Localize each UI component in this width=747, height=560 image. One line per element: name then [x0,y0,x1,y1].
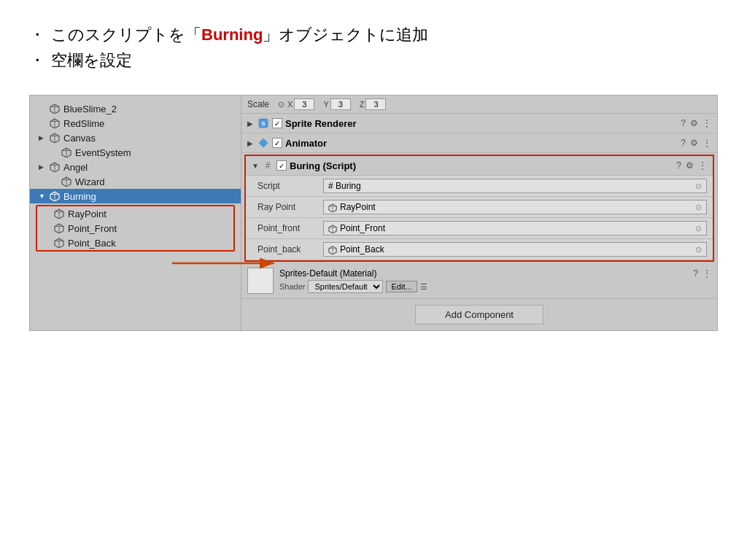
bullet-highlight-1: Burning [201,26,263,44]
cube-icon-raypoint [53,208,65,219]
bullet-item-2: ・ 空欄を設定 [29,47,718,73]
cube-icon-burning [49,190,61,202]
hier-item-raypoint[interactable]: RayPoint [37,206,233,221]
animator-checkbox[interactable]: ✓ [272,138,282,148]
add-component-button[interactable]: Add Component [415,305,543,324]
hier-item-blueslime2[interactable]: BlueSlime_2 [30,101,241,116]
hier-item-eventsystem[interactable]: EventSystem [30,145,241,160]
animator-expand-arrow[interactable]: ▶ [247,139,258,147]
sprite-renderer-actions: ? ⚙ ⋮ [681,118,711,128]
buring-more-icon[interactable]: ⋮ [698,160,707,171]
cube-icon-eventsystem [61,147,72,158]
scale-z-label: Z [360,100,365,109]
hier-item-angel[interactable]: ▶ Angel [30,160,241,174]
scale-y-label: Y [323,100,328,109]
arrow-angel: ▶ [39,163,47,171]
bullet-prefix-1: このスクリプトを「 [51,26,201,44]
scale-link-icon: ⊙ [278,100,285,109]
hierarchy-arrow [172,241,289,285]
inspector-panel: Scale ⊙ X 3 Y 3 Z 3 ▶ [241,96,717,330]
hier-item-wizard[interactable]: Wizard [30,174,241,189]
ray-point-target-icon[interactable]: ⊙ [695,203,702,212]
sprite-renderer-name: Sprite Renderer [285,118,681,129]
point-back-cube-icon [328,245,337,254]
script-field-value[interactable]: # Buring ⊙ [323,179,707,193]
bullet-dot-1: ・ [29,22,45,47]
hier-label-raypoint: RayPoint [68,209,107,219]
material-help-icon[interactable]: ? [693,268,698,279]
animator-settings-icon[interactable]: ⚙ [690,138,698,148]
page-container: ・ このスクリプトを「Burning」オブジェクトに追加 ・ 空欄を設定 [0,0,747,560]
bullet-item-1: ・ このスクリプトを「Burning」オブジェクトに追加 [29,22,718,47]
buring-help-icon[interactable]: ? [676,160,681,171]
cube-icon-point-back [53,237,65,249]
bullet-dot-2: ・ [29,47,45,73]
script-field-target-icon[interactable]: ⊙ [695,182,702,191]
hier-item-point-front[interactable]: Point_Front [37,221,233,236]
animator-help-icon[interactable]: ? [681,138,686,148]
shader-row: Shader Sprites/Default Edit... ☰ [279,280,711,293]
buring-script-header: ▼ # ✓ Buring (Script) ? ⚙ ⋮ [246,156,713,176]
scale-x-label: X [287,100,293,109]
cube-icon-redslime [49,117,61,129]
scale-x-group: X 3 [287,98,314,110]
scale-row: Scale ⊙ X 3 Y 3 Z 3 [241,96,717,114]
animator-icon [258,137,269,149]
bullet-suffix-1: 」オブジェクトに追加 [263,26,428,44]
scale-y-group: Y 3 [323,98,350,110]
animator-more-icon[interactable]: ⋮ [703,138,711,148]
cube-icon-angel [49,161,61,173]
hier-label-point-front: Point_Front [68,223,117,234]
sprite-expand-arrow[interactable]: ▶ [247,120,258,128]
material-more-icon[interactable]: ⋮ [703,268,711,279]
hier-item-redslime[interactable]: RedSlime [30,116,241,131]
point-back-field-value[interactable]: Point_Back ⊙ [323,242,707,257]
svg-marker-34 [259,139,268,147]
sprite-renderer-checkbox[interactable]: ✓ [272,118,282,128]
buring-script-checkbox[interactable]: ✓ [276,160,287,171]
material-info: Sprites-Default (Material) ? ⋮ Shader Sp… [279,268,711,293]
scale-z-group: Z 3 [360,98,387,110]
scale-z-input[interactable]: 3 [365,98,386,110]
point-front-field-row: Point_front Point_Front ⊙ [246,218,713,239]
buring-script-icon: # [262,160,274,171]
shader-list-icon[interactable]: ☰ [420,282,427,292]
hier-label-wizard: Wizard [75,176,104,187]
hier-item-canvas[interactable]: ▶ Canvas [30,131,241,145]
scale-y-input[interactable]: 3 [330,98,351,110]
sprite-renderer-icon: S [258,117,269,129]
point-front-field-label: Point_front [258,223,323,233]
main-panel: BlueSlime_2 RedSlime ▶ [29,95,718,331]
hier-label-point-back: Point_Back [68,238,116,249]
hierarchy-panel: BlueSlime_2 RedSlime ▶ [30,96,241,330]
buring-expand-arrow[interactable]: ▼ [252,162,262,170]
animator-row: ▶ ✓ Animator ? ⚙ ⋮ [241,133,717,153]
point-front-field-value[interactable]: Point_Front ⊙ [323,221,707,236]
point-front-target-icon[interactable]: ⊙ [695,224,702,233]
point-front-cube-icon [328,224,337,233]
buring-settings-icon[interactable]: ⚙ [686,160,694,171]
shader-select[interactable]: Sprites/Default [308,280,383,293]
sprite-renderer-help-icon[interactable]: ? [681,118,686,128]
hier-label-angel: Angel [63,162,88,173]
animator-actions: ? ⚙ ⋮ [681,138,711,148]
sprite-renderer-settings-icon[interactable]: ⚙ [690,118,698,128]
cube-icon-point-front [53,222,65,234]
buring-script-actions: ? ⚙ ⋮ [676,160,707,171]
ray-point-value-text: RayPoint [340,202,376,212]
script-value-text: # Buring [328,181,361,191]
shader-edit-button[interactable]: Edit... [386,281,417,292]
cube-icon-blueslime2 [49,103,61,114]
sprite-renderer-row: ▶ S ✓ Sprite Renderer ? ⚙ ⋮ [241,114,717,133]
hier-label-eventsystem: EventSystem [75,147,131,158]
ray-point-cube-icon [328,203,337,212]
point-back-target-icon[interactable]: ⊙ [695,245,702,254]
buring-script-name: Buring (Script) [290,160,676,171]
script-field-label: Script [258,181,323,191]
hier-item-burning[interactable]: ▼ Burning [30,189,241,203]
ray-point-field-value[interactable]: RayPoint ⊙ [323,200,707,214]
scale-x-input[interactable]: 3 [294,98,314,110]
hier-label-canvas: Canvas [63,133,96,144]
sprite-renderer-more-icon[interactable]: ⋮ [703,118,711,128]
point-back-value-text: Point_Back [340,244,384,254]
